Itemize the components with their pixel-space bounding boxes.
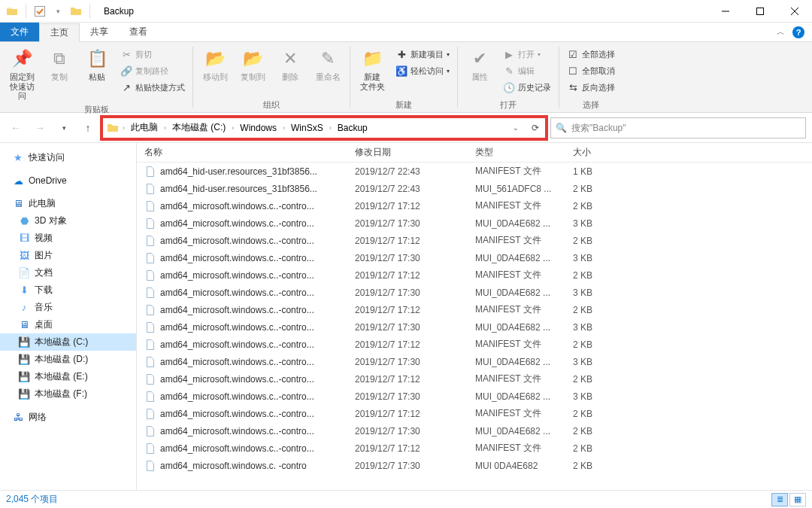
file-row[interactable]: amd64_microsoft.windows.c..-contro...201… <box>137 422 812 440</box>
tab-view[interactable]: 查看 <box>119 23 158 41</box>
invert-selection-button[interactable]: ⇆反向选择 <box>564 80 618 95</box>
navigation-pane[interactable]: ★快速访问 ☁OneDrive 🖥此电脑 ⬣3D 对象 🎞视频 🖼图片 📄文档 … <box>0 143 137 490</box>
file-size: 3 KB <box>565 322 626 333</box>
sidebar-item-3d-objects[interactable]: ⬣3D 对象 <box>0 212 136 230</box>
properties-button[interactable]: ✔属性 <box>462 45 497 84</box>
close-button[interactable] <box>777 0 812 23</box>
minimize-button[interactable] <box>708 0 743 23</box>
rename-button[interactable]: ✎重命名 <box>311 45 345 84</box>
sidebar-item-documents[interactable]: 📄文档 <box>0 264 136 281</box>
file-name: amd64_microsoft.windows.c..-contro... <box>160 253 314 263</box>
file-row[interactable]: amd64_microsoft.windows.c..-contro...201… <box>137 301 812 318</box>
history-dropdown-button[interactable]: ⌄ <box>506 118 526 138</box>
chevron-right-icon[interactable]: › <box>230 124 235 132</box>
file-row[interactable]: amd64_microsoft.windows.c. -contro2019/1… <box>137 457 812 474</box>
breadcrumb-segment[interactable]: Backup <box>333 118 372 138</box>
chevron-right-icon[interactable]: › <box>162 124 168 132</box>
breadcrumb-segment[interactable]: WinSxS <box>286 118 328 138</box>
column-size[interactable]: 大小 <box>565 146 626 159</box>
file-row[interactable]: amd64_microsoft.windows.c..-contro...201… <box>137 370 812 388</box>
file-icon <box>144 373 156 385</box>
sidebar-item-desktop[interactable]: 🖥桌面 <box>0 316 136 333</box>
sidebar-item-this-pc[interactable]: 🖥此电脑 <box>0 195 136 212</box>
copy-to-button[interactable]: 📂复制到 <box>235 45 270 84</box>
address-bar[interactable]: › 此电脑›本地磁盘 (C:)›Windows›WinSxS›Backup ⌄ … <box>102 117 546 138</box>
file-row[interactable]: amd64_microsoft.windows.c..-contro...201… <box>137 405 812 422</box>
folder-icon[interactable] <box>68 4 83 19</box>
sidebar-item-pictures[interactable]: 🖼图片 <box>0 247 136 264</box>
column-type[interactable]: 类型 <box>468 146 565 159</box>
sidebar-item-onedrive[interactable]: ☁OneDrive <box>0 172 136 189</box>
recent-locations-button[interactable]: ▾ <box>54 118 74 138</box>
breadcrumb-segment[interactable]: 本地磁盘 (C:) <box>168 118 230 138</box>
easy-access-button[interactable]: ♿轻松访问 ▾ <box>392 63 453 78</box>
select-none-button[interactable]: ☐全部取消 <box>564 63 618 78</box>
file-row[interactable]: amd64_microsoft.windows.c..-contro...201… <box>137 440 812 457</box>
column-name[interactable]: 名称 <box>137 146 347 159</box>
file-row[interactable]: amd64_microsoft.windows.c..-contro...201… <box>137 318 812 336</box>
new-item-button[interactable]: ✚新建项目 ▾ <box>392 47 453 62</box>
chevron-down-icon[interactable]: ▾ <box>50 4 65 19</box>
file-row[interactable]: amd64_microsoft.windows.c..-contro...201… <box>137 284 812 301</box>
file-row[interactable]: amd64_microsoft.windows.c..-contro...201… <box>137 197 812 214</box>
paste-shortcut-button[interactable]: ↗粘贴快捷方式 <box>117 80 188 95</box>
sidebar-item-network[interactable]: 🖧网络 <box>0 409 136 426</box>
up-button[interactable]: ↑ <box>78 118 98 138</box>
delete-button[interactable]: ✕删除 <box>273 45 308 84</box>
history-button[interactable]: 🕓历史记录 <box>500 80 554 95</box>
copy-button[interactable]: ⧉ 复制 <box>42 45 77 84</box>
chevron-right-icon[interactable]: › <box>121 124 126 132</box>
chevron-right-icon[interactable]: › <box>328 124 333 132</box>
chevron-right-icon[interactable]: › <box>281 124 286 132</box>
file-row[interactable]: amd64_microsoft.windows.c..-contro...201… <box>137 388 812 405</box>
help-icon[interactable]: ? <box>792 26 804 38</box>
thumbnails-view-button[interactable]: ▦ <box>789 493 806 506</box>
column-date[interactable]: 修改日期 <box>347 146 468 159</box>
paste-button[interactable]: 📋 粘贴 <box>80 45 114 84</box>
copy-path-button[interactable]: 🔗复制路径 <box>117 63 188 78</box>
copy-path-label: 复制路径 <box>135 65 168 77</box>
sidebar-item-disk-d[interactable]: 💾本地磁盘 (D:) <box>0 351 136 368</box>
checkbox-checked-icon[interactable] <box>32 4 47 19</box>
maximize-button[interactable] <box>743 0 777 23</box>
breadcrumb-segment[interactable]: 此电脑 <box>126 118 162 138</box>
search-input[interactable] <box>571 123 805 133</box>
sidebar-item-quick-access[interactable]: ★快速访问 <box>0 149 136 166</box>
sidebar-item-disk-f[interactable]: 💾本地磁盘 (F:) <box>0 385 136 403</box>
tab-share[interactable]: 共享 <box>80 23 119 41</box>
file-row[interactable]: amd64_microsoft.windows.c..-contro...201… <box>137 214 812 232</box>
forward-button[interactable]: → <box>30 118 50 138</box>
pin-to-quick-access-button[interactable]: 📌 固定到 快速访问 <box>5 45 39 102</box>
sidebar-item-disk-e[interactable]: 💾本地磁盘 (E:) <box>0 368 136 385</box>
select-all-button[interactable]: ☑全部选择 <box>564 47 618 62</box>
file-row[interactable]: amd64_hid-user.resources_31bf3856...2019… <box>137 180 812 197</box>
file-row[interactable]: amd64_microsoft.windows.c..-contro...201… <box>137 353 812 370</box>
refresh-button[interactable]: ⟳ <box>526 118 545 138</box>
sidebar-item-videos[interactable]: 🎞视频 <box>0 230 136 247</box>
back-button[interactable]: ← <box>6 118 26 138</box>
file-list[interactable]: amd64_hid-user.resources_31bf3856...2019… <box>137 163 812 490</box>
search-box[interactable]: 🔍 <box>550 117 806 138</box>
tab-file[interactable]: 文件 <box>0 23 39 41</box>
file-date: 2019/12/7 17:30 <box>347 322 468 333</box>
details-view-button[interactable]: ≣ <box>771 493 788 506</box>
new-folder-button[interactable]: 📁新建 文件夹 <box>355 45 389 93</box>
move-to-button[interactable]: 📂移动到 <box>198 45 232 84</box>
sidebar-item-music[interactable]: ♪音乐 <box>0 299 136 316</box>
file-row[interactable]: amd64_microsoft.windows.c..-contro...201… <box>137 336 812 353</box>
chevron-up-icon[interactable]: ︿ <box>777 26 785 38</box>
file-row[interactable]: amd64_microsoft.windows.c..-contro...201… <box>137 232 812 249</box>
sidebar-item-downloads[interactable]: ⬇下载 <box>0 281 136 299</box>
sidebar-item-disk-c[interactable]: 💾本地磁盘 (C:) <box>0 333 136 351</box>
file-row[interactable]: amd64_microsoft.windows.c..-contro...201… <box>137 266 812 284</box>
file-row[interactable]: amd64_microsoft.windows.c..-contro...201… <box>137 249 812 266</box>
tab-home[interactable]: 主页 <box>39 23 80 42</box>
column-headers[interactable]: 名称 修改日期 类型 大小 <box>137 143 812 163</box>
file-row[interactable]: amd64_hid-user.resources_31bf3856...2019… <box>137 163 812 180</box>
invert-icon: ⇆ <box>567 81 579 93</box>
open-button[interactable]: ▶打开 ▾ <box>500 47 554 62</box>
open-label: 打开 <box>518 49 535 60</box>
breadcrumb-segment[interactable]: Windows <box>235 118 281 138</box>
edit-button[interactable]: ✎编辑 <box>500 63 554 78</box>
cut-button[interactable]: ✂剪切 <box>117 47 188 62</box>
